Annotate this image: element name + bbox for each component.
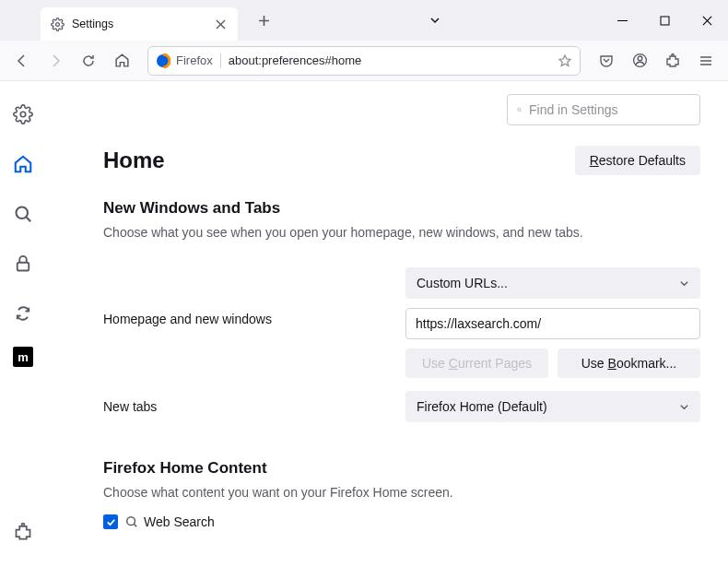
identity-label: Firefox: [176, 53, 213, 67]
app-menu-button[interactable]: [691, 46, 721, 76]
svg-point-4: [638, 56, 642, 61]
minimize-button[interactable]: [601, 0, 643, 41]
home-button[interactable]: [107, 46, 136, 76]
sidebar-item-privacy[interactable]: [6, 247, 40, 280]
close-icon[interactable]: [212, 16, 229, 32]
close-window-button[interactable]: [686, 0, 728, 41]
navigation-toolbar: Firefox about:preferences#home: [0, 41, 728, 81]
websearch-label: Web Search: [125, 514, 215, 529]
use-current-pages-button[interactable]: Use Current Pages: [405, 348, 548, 378]
window-controls: [601, 0, 728, 41]
pocket-button[interactable]: [592, 46, 621, 76]
sidebar-item-general[interactable]: [6, 98, 40, 131]
forward-button[interactable]: [41, 46, 70, 76]
page-title: Home: [103, 148, 165, 173]
search-icon: [125, 515, 138, 528]
url-text: about:preferences#home: [229, 53, 550, 67]
chevron-down-icon: [679, 402, 689, 412]
search-icon: [517, 103, 522, 116]
svg-point-5: [20, 112, 26, 117]
extensions-button[interactable]: [658, 46, 687, 76]
sidebar-item-home[interactable]: [6, 148, 40, 181]
account-button[interactable]: [625, 46, 654, 76]
find-in-settings[interactable]: [507, 94, 700, 125]
use-bookmark-button[interactable]: Use Bookmark...: [558, 348, 700, 378]
homepage-label: Homepage and new windows: [103, 312, 405, 326]
reload-button[interactable]: [74, 46, 103, 76]
svg-rect-7: [18, 263, 29, 271]
settings-main: Home Restore Defaults New Windows and Ta…: [46, 81, 728, 567]
svg-rect-1: [661, 17, 669, 25]
section-new-windows-subtitle: Choose what you see when you open your h…: [103, 225, 700, 240]
homepage-select[interactable]: Custom URLs...: [405, 267, 700, 299]
homepage-url-input[interactable]: [405, 308, 700, 339]
svg-point-9: [127, 517, 135, 526]
newtabs-select-value: Firefox Home (Default): [417, 399, 547, 414]
sidebar-item-extensions[interactable]: [6, 515, 40, 549]
search-input[interactable]: [529, 102, 690, 117]
newtabs-select[interactable]: Firefox Home (Default): [405, 391, 700, 422]
websearch-checkbox[interactable]: [103, 514, 118, 529]
section-home-content-title: Firefox Home Content: [103, 459, 700, 478]
chevron-down-icon: [679, 278, 689, 289]
svg-point-8: [518, 108, 521, 111]
tab-settings[interactable]: Settings: [41, 7, 238, 41]
window-titlebar: Settings: [0, 0, 728, 41]
maximize-button[interactable]: [643, 0, 686, 41]
back-button[interactable]: [7, 46, 37, 76]
bookmark-star-icon[interactable]: [558, 53, 572, 68]
url-bar[interactable]: Firefox about:preferences#home: [147, 46, 581, 76]
settings-sidebar: m: [0, 81, 46, 567]
tab-title: Settings: [72, 18, 205, 30]
firefox-icon: [156, 53, 170, 68]
new-tab-button[interactable]: [251, 7, 276, 33]
restore-defaults-button[interactable]: Restore Defaults: [575, 146, 700, 175]
section-new-windows-title: New Windows and Tabs: [103, 199, 700, 218]
sidebar-item-search[interactable]: [6, 197, 40, 230]
identity-box[interactable]: Firefox: [156, 53, 213, 68]
svg-point-0: [55, 22, 59, 26]
tabs-dropdown-button[interactable]: [422, 15, 448, 26]
section-home-content-subtitle: Choose what content you want on your Fir…: [103, 485, 700, 500]
content-area: m Home Restore Defaults New Windows and …: [0, 81, 728, 567]
gear-icon: [50, 17, 65, 31]
newtabs-label: New tabs: [103, 399, 405, 414]
sidebar-item-sync[interactable]: [6, 297, 40, 330]
urlbar-divider: [220, 53, 221, 68]
svg-point-6: [17, 207, 29, 219]
homepage-select-value: Custom URLs...: [417, 276, 508, 290]
mozilla-icon[interactable]: m: [13, 347, 33, 367]
